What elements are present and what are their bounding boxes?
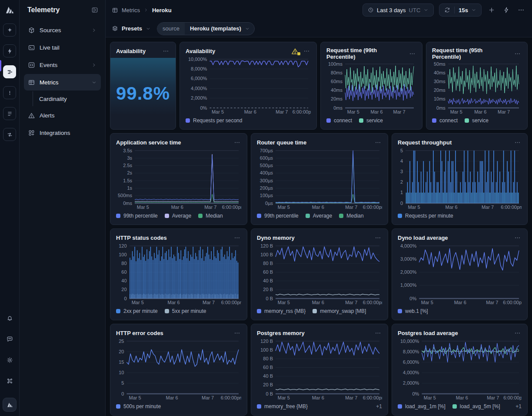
card-menu-button[interactable] — [233, 138, 241, 147]
legend-item-requests-per-second[interactable]: Requests per second — [186, 117, 242, 124]
svg-text:20 B: 20 B — [263, 287, 273, 292]
card-menu-button[interactable] — [513, 138, 522, 147]
sidebar-item-metrics[interactable]: Metrics — [24, 74, 101, 91]
svg-text:400µs: 400µs — [260, 170, 273, 175]
breadcrumb-section[interactable]: Metrics — [122, 7, 140, 13]
svg-text:2.5s: 2.5s — [123, 163, 132, 168]
legend-item-99th-percentile[interactable]: 99th percentile — [116, 213, 158, 219]
rail-item-sparkle[interactable] — [3, 23, 16, 37]
card-menu-button[interactable] — [374, 234, 382, 242]
card-menu-button[interactable] — [513, 329, 522, 337]
sidebar-item-sources[interactable]: Sources — [24, 22, 101, 38]
legend-item-connect[interactable]: connect — [432, 117, 458, 124]
card-title: Dyno load average — [398, 235, 510, 241]
rail-item-theme[interactable] — [3, 353, 16, 366]
chart-plot-postgres-memory[interactable]: 0 B20 B40 B60 B80 B100 B120 BMar 5Mar 6M… — [257, 338, 382, 401]
sidebar-item-live-tail[interactable]: Live tail — [24, 39, 101, 56]
chart-plot-request-time-95th-percentile[interactable]: 0ms10ms20ms30ms40ms50msMar 5Mar 6Mar 7 — [432, 61, 522, 115]
chart-legend: Requests per second — [186, 116, 311, 125]
refresh-control[interactable]: 15s — [439, 3, 482, 17]
svg-text:3.5s: 3.5s — [123, 148, 132, 153]
sidebar-item-integrations[interactable]: Integrations — [24, 124, 101, 141]
rail-item-stream[interactable] — [3, 65, 16, 78]
legend-item-median[interactable]: Median — [198, 213, 223, 219]
card-menu-button[interactable] — [408, 50, 416, 58]
rail-item-notifications[interactable] — [3, 312, 16, 325]
chart-plot-dyno-load-average[interactable]: 0%1,000%2,000%3,000%4,000%Mar 5Mar 6Mar … — [398, 243, 522, 305]
chart-plot-http-status-codes[interactable]: 020406080100120Mar 5Mar 6Mar 76:00:00pm — [116, 243, 241, 305]
legend-item-requests-per-minute[interactable]: Requests per minute — [398, 213, 453, 219]
legend-label: 99th percentile — [264, 213, 299, 219]
legend-overflow-count[interactable]: +1 — [376, 403, 382, 409]
chart-plot-request-throughput[interactable]: 012345Mar 5Mar 6Mar 76:00:00pm — [398, 148, 522, 210]
chart-plot-postgres-load-average[interactable]: 0%2,000%4,000%6,000%8,000%10,000%Mar 5Ma… — [398, 338, 522, 401]
sidebar-item-cardinality[interactable]: Cardinality — [33, 91, 101, 106]
legend-label: memory_rss {MB} — [264, 308, 306, 314]
card-menu-button[interactable] — [303, 47, 311, 55]
workspace-avatar[interactable] — [3, 398, 17, 412]
source-selector[interactable]: source Heroku (templates) — [157, 22, 255, 35]
card-title: HTTP status codes — [116, 235, 229, 241]
legend-item-5xx-per-minute[interactable]: 5xx per minute — [165, 308, 206, 314]
quick-actions-button[interactable] — [502, 5, 511, 15]
legend-item-load-avg-5m[interactable]: load_avg_5m [%] — [452, 403, 500, 409]
card-http-error-codes: HTTP error codes0510152025Mar 5Mar 6Mar … — [110, 324, 247, 416]
legend-item-median[interactable]: Median — [339, 213, 363, 219]
legend-item-web-1[interactable]: web.1 [%] — [398, 308, 428, 314]
legend-item-load-avg-1m[interactable]: load_avg_1m [%] — [398, 403, 446, 409]
refresh-interval[interactable]: 15s — [459, 7, 468, 13]
legend-item-memory-free-mb[interactable]: memory_free {MB} — [257, 403, 308, 409]
rail-item-feedback[interactable] — [3, 332, 16, 346]
chart-plot-request-time-99th-percentile[interactable]: 0ms20ms40ms60ms80ms100msMar 5Mar 6Mar 7 — [326, 61, 416, 115]
card-menu-button[interactable] — [162, 47, 170, 55]
more-options-button[interactable] — [516, 5, 526, 15]
add-chart-button[interactable] — [487, 5, 496, 15]
chart-plot-http-error-codes[interactable]: 0510152025Mar 5Mar 6Mar 76:00:00pm — [116, 338, 241, 401]
chart-legend: 500s per minute — [116, 402, 241, 411]
chart-legend: web.1 [%] — [398, 307, 522, 315]
svg-text:2,000%: 2,000% — [403, 380, 419, 386]
legend-item-99th-percentile[interactable]: 99th percentile — [257, 213, 299, 219]
svg-text:1s: 1s — [127, 185, 132, 191]
legend-item-500s-per-minute[interactable]: 500s per minute — [116, 403, 161, 409]
svg-text:6:00:00pm: 6:00:00pm — [293, 109, 311, 114]
card-menu-button[interactable] — [233, 329, 241, 337]
card-dyno-memory: Dyno memory0 B20 B40 B60 B80 B100 B120 B… — [251, 228, 388, 320]
sidebar-item-alerts[interactable]: Alerts — [24, 107, 101, 124]
legend-item-memory-swap-mb[interactable]: memory_swap [MB] — [313, 308, 366, 314]
legend-item-2xx-per-minute[interactable]: 2xx per minute — [116, 308, 158, 314]
sidebar-item-events[interactable]: Events — [24, 57, 101, 73]
card-menu-button[interactable] — [513, 50, 522, 58]
rail-item-alert[interactable] — [3, 86, 16, 99]
legend-label: load_avg_5m [%] — [460, 403, 500, 409]
legend-item-average[interactable]: Average — [306, 213, 332, 219]
legend-item-service[interactable]: service — [465, 117, 489, 124]
rail-item-bolt[interactable] — [3, 44, 16, 57]
legend-overflow-count[interactable]: +1 — [515, 403, 522, 409]
timezone-label: UTC — [409, 7, 421, 13]
chevron-down-icon — [91, 80, 97, 85]
legend-swatch — [339, 214, 343, 218]
collapse-sidebar-button[interactable] — [91, 7, 98, 13]
legend-item-service[interactable]: service — [359, 117, 383, 124]
rail-item-flows[interactable] — [3, 128, 16, 141]
chart-plot-router-queue-time[interactable]: 0µs100µs200µs300µs400µs500µs600µs700µsMa… — [257, 148, 382, 210]
card-menu-button[interactable] — [374, 138, 382, 147]
monitor-warning-icon[interactable] — [291, 48, 299, 55]
refresh-icon[interactable] — [444, 7, 450, 13]
legend-item-memory-rss-mb[interactable]: memory_rss {MB} — [257, 308, 306, 314]
legend-item-average[interactable]: Average — [165, 213, 191, 219]
svg-text:8,000%: 8,000% — [191, 66, 207, 71]
svg-text:50ms: 50ms — [434, 61, 446, 67]
chart-plot-application-service-time[interactable]: 0ms500ms1s1.5s2s2.5s3s3.5sMar 5Mar 6Mar … — [116, 148, 241, 210]
card-menu-button[interactable] — [374, 329, 382, 337]
rail-item-shortcuts[interactable] — [3, 374, 16, 387]
card-menu-button[interactable] — [233, 234, 241, 242]
chart-plot-availability[interactable]: 0%2,000%4,000%6,000%8,000%10,000%Mar 5Ma… — [186, 56, 311, 115]
rail-item-docs[interactable] — [3, 107, 16, 120]
card-menu-button[interactable] — [513, 234, 522, 242]
time-range-picker[interactable]: Last 3 days UTC — [362, 3, 434, 17]
chart-plot-dyno-memory[interactable]: 0 B20 B40 B60 B80 B100 B120 BMar 5Mar 6M… — [257, 243, 382, 305]
presets-dropdown[interactable]: Presets — [112, 25, 151, 32]
legend-item-connect[interactable]: connect — [326, 117, 352, 124]
